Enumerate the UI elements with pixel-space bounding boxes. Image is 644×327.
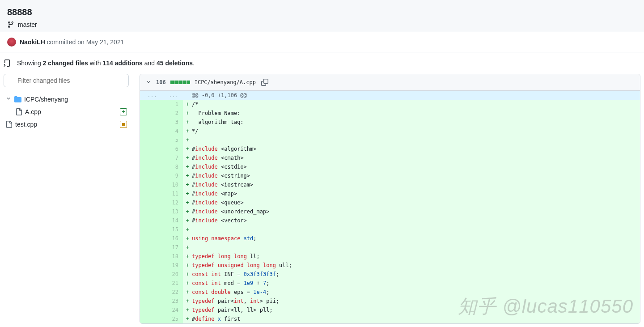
diff-line: 5+ xyxy=(140,136,640,144)
diff-line: 11+#include <map> xyxy=(140,189,640,198)
tree-file-test-cpp[interactable]: test.cpp xyxy=(4,118,129,131)
diff-body: ... ... @@ -0,0 +1,106 @@ 1+/*2+ Problem… xyxy=(140,91,640,323)
branch-icon xyxy=(7,21,14,28)
diff-line: 20+const int INF = 0x3f3f3f3f; xyxy=(140,270,640,279)
diff-line: 7+#include <cmath> xyxy=(140,153,640,162)
diff-line: 12+#include <queue> xyxy=(140,198,640,207)
tree-file-label: A.cpp xyxy=(25,108,117,115)
author-name[interactable]: NaokiLH xyxy=(20,38,45,46)
diff-panel: 106 ICPC/shenyang/A.cpp ... ... @@ -0,0 … xyxy=(140,74,640,324)
diff-line: 21+const int mod = 1e9 + 7; xyxy=(140,279,640,288)
diff-line: 9+#include <cstring> xyxy=(140,171,640,180)
avatar[interactable] xyxy=(7,38,16,47)
diff-line: 18+typedef long long ll; xyxy=(140,252,640,261)
chevron-down-icon xyxy=(5,95,12,103)
diff-file-path[interactable]: ICPC/shenyang/A.cpp xyxy=(195,79,256,85)
filter-input[interactable] xyxy=(4,74,129,87)
summary-text: Showing 2 changed files with 114 additio… xyxy=(17,59,195,67)
diff-line: 22+const double eps = 1e-4; xyxy=(140,288,640,297)
diff-line: 3+ algorithm tag: xyxy=(140,118,640,127)
tree-folder-label: ICPC/shenyang xyxy=(24,96,127,103)
diff-line: 23+typedef pair<int, int> pii; xyxy=(140,297,640,306)
file-icon xyxy=(5,121,13,128)
diff-line: 17+ xyxy=(140,243,640,252)
file-tree-sidebar: ICPC/shenyang A.cpp + test.cpp xyxy=(4,74,129,324)
diff-line: 19+typedef unsigned long long ull; xyxy=(140,261,640,270)
diff-line: 25+#define x first xyxy=(140,314,640,323)
diff-stat-count: 106 xyxy=(156,79,166,85)
diff-line: 14+#include <vector> xyxy=(140,216,640,225)
file-icon xyxy=(15,108,22,115)
diff-line: 8+#include <cstdio> xyxy=(140,162,640,171)
folder-icon xyxy=(14,96,21,103)
diff-line: 2+ Problem Name: xyxy=(140,109,640,118)
summary-row: Showing 2 changed files with 114 additio… xyxy=(0,52,644,74)
copy-path-button[interactable] xyxy=(260,78,269,87)
diff-stat-blocks xyxy=(170,81,190,84)
tree-file-label: test.cpp xyxy=(15,121,117,128)
diff-line: 10+#include <iostream> xyxy=(140,180,640,189)
chevron-down-icon[interactable] xyxy=(145,79,152,86)
diff-line: 13+#include <unordered_map> xyxy=(140,207,640,216)
hunk-header: ... ... @@ -0,0 +1,106 @@ xyxy=(140,91,640,100)
author-date-prefix: on xyxy=(77,38,85,46)
branch-row: master xyxy=(7,21,637,28)
commit-title: 88888 xyxy=(7,7,637,17)
author-action: committed xyxy=(47,38,76,46)
tree-folder[interactable]: ICPC/shenyang xyxy=(4,93,129,106)
diff-line: 24+typedef pair<ll, ll> pll; xyxy=(140,306,640,314)
commit-header: 88888 master xyxy=(0,0,644,32)
status-added-icon: + xyxy=(120,108,127,115)
branch-name[interactable]: master xyxy=(18,21,37,28)
tree-file-a-cpp[interactable]: A.cpp + xyxy=(4,106,129,118)
diff-line: 1+/* xyxy=(140,100,640,109)
diff-header: 106 ICPC/shenyang/A.cpp xyxy=(140,74,640,91)
diff-line: 6+#include <algorithm> xyxy=(140,144,640,153)
status-modified-icon xyxy=(120,121,127,128)
author-date: May 21, 2021 xyxy=(86,38,124,46)
diff-line: 15+ xyxy=(140,225,640,234)
file-tree-toggle-icon[interactable] xyxy=(4,59,11,67)
diff-line: 16+using namespace std; xyxy=(140,234,640,243)
author-row: NaokiLH committed on May 21, 2021 xyxy=(0,32,644,52)
diff-line: 4+*/ xyxy=(140,127,640,136)
